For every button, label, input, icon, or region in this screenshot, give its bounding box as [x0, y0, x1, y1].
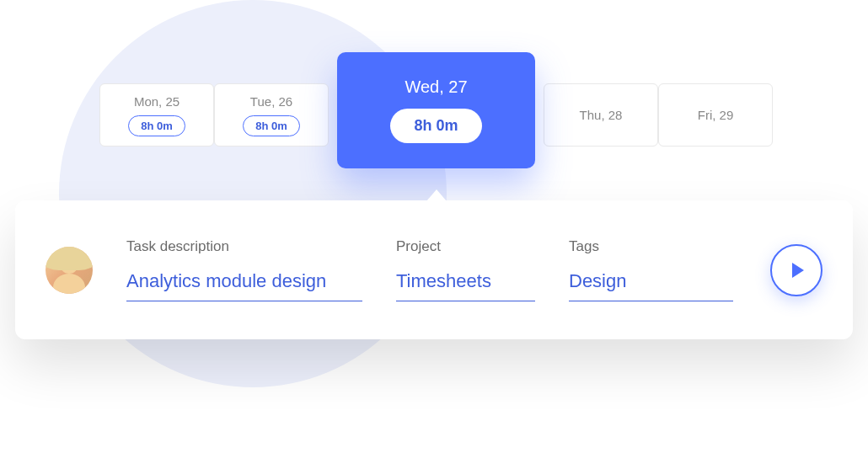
date-label: Wed, 27 [405, 77, 467, 97]
date-label: Thu, 28 [580, 108, 623, 122]
date-label: Mon, 25 [134, 94, 179, 109]
date-tab-mon[interactable]: Mon, 25 8h 0m [99, 83, 214, 147]
time-badge: 8h 0m [390, 109, 481, 143]
field-value: Timesheets [396, 270, 535, 301]
play-button[interactable] [770, 244, 822, 296]
date-label: Tue, 26 [250, 94, 292, 109]
task-entry-card: Task description Analytics module design… [15, 200, 853, 339]
project-field[interactable]: Project Timesheets [396, 238, 535, 301]
date-tab-wed-selected[interactable]: Wed, 27 8h 0m [337, 52, 535, 168]
time-badge: 8h 0m [243, 115, 300, 136]
date-tab-tue[interactable]: Tue, 26 8h 0m [214, 83, 329, 147]
date-tab-fri[interactable]: Fri, 29 [658, 83, 773, 147]
pointer-triangle [426, 189, 447, 201]
date-tab-thu[interactable]: Thu, 28 [544, 83, 658, 147]
field-value: Analytics module design [126, 270, 362, 301]
field-value: Design [569, 270, 733, 301]
task-description-field[interactable]: Task description Analytics module design [126, 238, 362, 301]
field-label: Task description [126, 238, 362, 255]
time-badge: 8h 0m [128, 115, 185, 136]
field-label: Tags [569, 238, 733, 255]
avatar [46, 247, 93, 294]
date-label: Fri, 29 [698, 108, 734, 122]
tags-field[interactable]: Tags Design [569, 238, 733, 301]
play-icon [792, 263, 804, 278]
field-label: Project [396, 238, 535, 255]
